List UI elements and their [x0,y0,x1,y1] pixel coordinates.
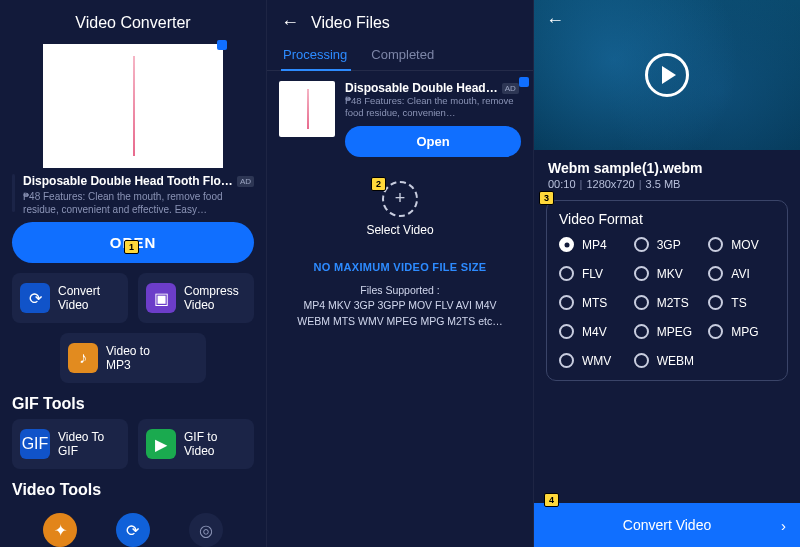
radio-icon [559,324,574,339]
radio-icon [634,295,649,310]
format-option-mpg[interactable]: MPG [708,324,775,339]
convert-video-icon: ⟳ [20,283,50,313]
format-option-mpeg[interactable]: MPEG [634,324,701,339]
format-option-flv[interactable]: FLV [559,266,626,281]
video-to-gif-card[interactable]: GIF Video To GIF [12,419,128,469]
format-option-m2ts[interactable]: M2TS [634,295,701,310]
format-option-mp4[interactable]: MP4 [559,237,626,252]
compress-video-label: Compress Video [184,284,239,313]
format-label: MOV [731,238,758,252]
chevron-right-icon: › [781,517,786,534]
panel-video-files: ← Video Files Processing Completed Dispo… [266,0,533,547]
format-label: 3GP [657,238,681,252]
format-option-webm[interactable]: WEBM [634,353,701,368]
file-size: 3.5 MB [646,178,681,190]
file-name: Webm sample(1).webm [534,150,800,178]
format-label: MPEG [657,325,692,339]
video-to-gif-icon: GIF [20,429,50,459]
format-label: M4V [582,325,607,339]
radio-icon [708,237,723,252]
format-label: TS [731,296,746,310]
step-marker-1: 1 [124,240,139,254]
ad-badge: AD [237,176,254,187]
back-icon[interactable]: ← [281,12,299,33]
gif-tools-header: GIF Tools [0,383,266,419]
ad-thumbnail [279,81,335,137]
ad-subtitle: ₱48 Features: Clean the mouth, remove fo… [23,190,254,216]
tab-processing[interactable]: Processing [281,41,349,70]
video-to-mp3-label: Video to MP3 [106,344,150,373]
radio-icon [634,237,649,252]
format-option-m4v[interactable]: M4V [559,324,626,339]
video-format-box: 3 Video Format MP43GPMOVFLVMKVAVIMTSM2TS… [546,200,788,381]
panel-home: Video Converter Disposable Double Head T… [0,0,266,547]
bottom-tool-3-icon[interactable]: ◎ [189,513,223,547]
video-to-mp3-icon: ♪ [68,343,98,373]
format-option-mts[interactable]: MTS [559,295,626,310]
format-option-avi[interactable]: AVI [708,266,775,281]
play-button[interactable] [645,53,689,97]
files-supported-list: MP4 MKV 3GP 3GPP MOV FLV AVI M4V WEBM MT… [287,298,513,330]
compress-video-card[interactable]: ▣ Compress Video [138,273,254,323]
step-marker-4: 4 [544,493,559,507]
bottom-tool-2-icon[interactable]: ⟳ [116,513,150,547]
ad-badge: AD [502,83,519,94]
format-option-mov[interactable]: MOV [708,237,775,252]
radio-icon [708,324,723,339]
ad-title: Disposable Double Head Tooth Flo… [23,174,233,188]
file-info: 00:10|1280x720|3.5 MB [534,178,800,196]
ad-banner-image[interactable] [43,44,223,168]
radio-icon [559,266,574,281]
video-format-header: Video Format [559,211,775,227]
ad-subtitle: ₱48 Features: Clean the mouth, remove fo… [345,95,521,120]
ad-thumbnail [12,174,15,212]
convert-video-card[interactable]: ⟳ Convert Video [12,273,128,323]
gif-to-video-label: GIF to Video [184,430,217,459]
files-supported-header: Files Supported : [287,283,513,299]
select-video-icon[interactable]: + [382,181,418,217]
back-icon[interactable]: ← [546,10,564,31]
format-option-ts[interactable]: TS [708,295,775,310]
format-label: MP4 [582,238,607,252]
ad-text-row: Disposable Double Head Tooth Flo… AD ₱48… [0,168,266,216]
page-title: Video Files [311,14,390,32]
convert-video-label: Convert Video [623,517,711,533]
convert-video-label: Convert Video [58,284,100,313]
compress-video-icon: ▣ [146,283,176,313]
radio-icon [559,353,574,368]
radio-icon [708,266,723,281]
format-label: FLV [582,267,603,281]
ad-corner-icon [519,77,529,87]
step-marker-3: 3 [539,191,554,205]
select-video-label[interactable]: Select Video [267,223,533,237]
format-option-mkv[interactable]: MKV [634,266,701,281]
format-label: MTS [582,296,607,310]
step-marker-2: 2 [371,177,386,191]
format-option-wmv[interactable]: WMV [559,353,626,368]
radio-icon [634,324,649,339]
gif-to-video-icon: ▶ [146,429,176,459]
radio-icon [559,295,574,310]
no-max-size-text: NO MAXIMUM VIDEO FILE SIZE [267,261,533,273]
radio-icon [559,237,574,252]
format-option-3gp[interactable]: 3GP [634,237,701,252]
format-label: MPG [731,325,758,339]
file-duration: 00:10 [548,178,576,190]
format-label: M2TS [657,296,689,310]
format-label: MKV [657,267,683,281]
radio-icon [634,266,649,281]
ad-open-button[interactable]: Open [345,126,521,157]
video-to-mp3-card[interactable]: ♪ Video to MP3 [60,333,206,383]
app-title: Video Converter [0,0,266,40]
format-label: WEBM [657,354,694,368]
gif-to-video-card[interactable]: ▶ GIF to Video [138,419,254,469]
radio-icon [708,295,723,310]
video-to-gif-label: Video To GIF [58,430,104,459]
radio-icon [634,353,649,368]
ad-title: Disposable Double Head… [345,81,498,95]
tab-completed[interactable]: Completed [369,41,436,70]
video-preview: ← [534,0,800,150]
panel-convert: ← Webm sample(1).webm 00:10|1280x720|3.5… [533,0,800,547]
convert-video-button[interactable]: 4 Convert Video › [534,503,800,547]
bottom-tool-1-icon[interactable]: ✦ [43,513,77,547]
